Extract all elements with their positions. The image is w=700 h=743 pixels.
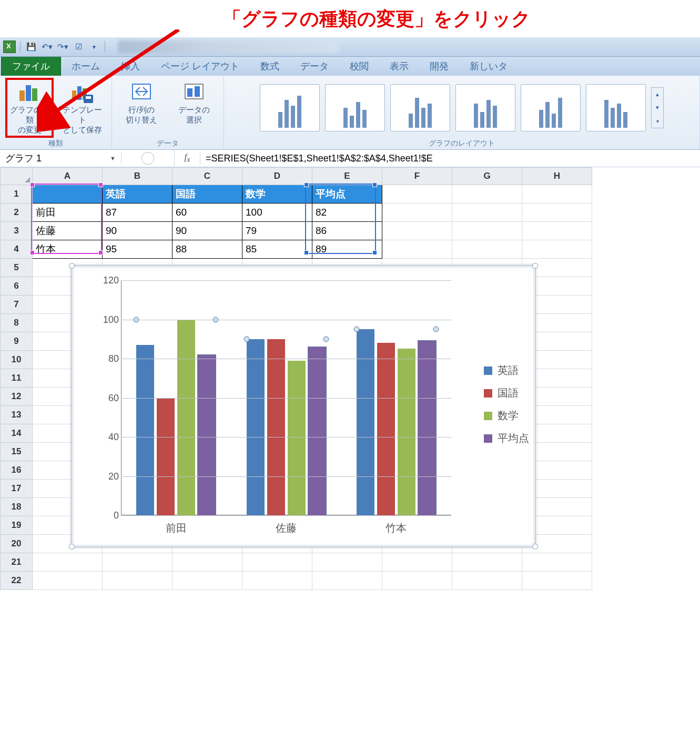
column-header[interactable]: B xyxy=(103,168,173,185)
row-header[interactable]: 8 xyxy=(1,314,33,332)
cell[interactable]: 100 xyxy=(242,203,312,222)
cell[interactable] xyxy=(33,553,103,572)
legend-item[interactable]: 平均点 xyxy=(484,431,529,445)
cell[interactable] xyxy=(452,553,522,572)
row-header[interactable]: 16 xyxy=(1,461,33,480)
row-header[interactable]: 6 xyxy=(1,277,33,296)
cell[interactable]: 90 xyxy=(173,222,242,240)
chart-plot-area[interactable]: 020406080100120 前田佐藤竹本 xyxy=(98,280,451,515)
cell[interactable] xyxy=(312,572,382,590)
cell[interactable] xyxy=(33,185,103,203)
chart-resize-handle[interactable] xyxy=(69,544,75,549)
chart-layout-thumb[interactable] xyxy=(455,84,515,131)
row-header[interactable]: 14 xyxy=(1,424,33,443)
tab-developer[interactable]: 開発 xyxy=(419,56,459,76)
cell[interactable] xyxy=(522,222,592,240)
row-header[interactable]: 18 xyxy=(1,498,33,516)
cell[interactable] xyxy=(242,553,312,572)
switch-row-column-button[interactable]: 行/列の 切り替え xyxy=(118,79,165,137)
chart-layout-thumb[interactable] xyxy=(521,84,581,131)
row-header[interactable]: 2 xyxy=(1,203,33,222)
chart-resize-handle[interactable] xyxy=(532,263,538,269)
tab-review[interactable]: 校閲 xyxy=(339,56,379,76)
cell[interactable]: 90 xyxy=(103,222,173,240)
column-header[interactable]: H xyxy=(522,168,592,185)
tab-home[interactable]: ホーム xyxy=(61,56,110,76)
cell[interactable]: 国語 xyxy=(173,185,242,203)
row-header[interactable]: 21 xyxy=(1,553,33,572)
bar-英語[interactable] xyxy=(136,345,154,515)
bar-国語[interactable] xyxy=(267,339,285,515)
cell[interactable] xyxy=(382,203,452,222)
qat-check-button[interactable]: ☑ xyxy=(72,40,85,53)
column-header[interactable]: G xyxy=(452,168,522,185)
cell[interactable]: 60 xyxy=(173,203,242,222)
row-header[interactable]: 20 xyxy=(1,535,33,553)
cancel-formula-button[interactable] xyxy=(141,152,154,165)
cell[interactable] xyxy=(452,222,522,240)
name-box-dropdown-icon[interactable]: ▼ xyxy=(110,155,116,161)
tab-formulas[interactable]: 数式 xyxy=(250,56,290,76)
chart-layout-thumb[interactable] xyxy=(325,84,385,131)
cell[interactable]: 87 xyxy=(103,203,173,222)
save-as-template-button[interactable]: テンプレート として保存 xyxy=(59,79,105,137)
worksheet-grid[interactable]: ABCDEFGH1英語国語数学平均点2前田8760100823佐藤9090798… xyxy=(0,167,700,590)
cell[interactable] xyxy=(452,572,522,590)
cell[interactable] xyxy=(242,572,312,590)
cell[interactable] xyxy=(522,572,592,590)
cell[interactable] xyxy=(382,572,452,590)
cell[interactable] xyxy=(33,572,103,590)
tab-file[interactable]: ファイル xyxy=(1,55,61,76)
bar-平均点[interactable] xyxy=(418,341,436,515)
row-header[interactable]: 5 xyxy=(1,259,33,277)
bar-国語[interactable] xyxy=(157,398,175,516)
bar-平均点[interactable] xyxy=(308,347,326,515)
cell[interactable]: 82 xyxy=(312,203,382,222)
bar-数学[interactable] xyxy=(288,361,306,515)
tab-page-layout[interactable]: ページ レイアウト xyxy=(150,56,250,76)
row-header[interactable]: 22 xyxy=(1,572,33,590)
cell[interactable]: 竹本 xyxy=(33,240,103,259)
cell[interactable]: 79 xyxy=(242,222,312,240)
series-select-handle[interactable] xyxy=(353,327,359,332)
cell[interactable]: 数学 xyxy=(242,185,312,203)
column-header[interactable]: A xyxy=(33,168,103,185)
chart-layout-thumb[interactable] xyxy=(586,84,646,131)
cell[interactable] xyxy=(382,240,452,259)
bar-平均点[interactable] xyxy=(198,355,216,515)
bar-国語[interactable] xyxy=(377,343,395,515)
change-chart-type-button[interactable]: グラフの種類 の変更 xyxy=(6,79,53,137)
legend-item[interactable]: 数学 xyxy=(484,409,529,423)
bar-英語[interactable] xyxy=(357,329,374,515)
name-box[interactable]: グラフ 1 ▼ xyxy=(0,152,121,165)
cell[interactable]: 88 xyxy=(173,240,242,259)
cell[interactable]: 86 xyxy=(312,222,382,240)
row-header[interactable]: 10 xyxy=(1,351,33,369)
cell[interactable]: 前田 xyxy=(33,203,103,222)
chart-resize-handle[interactable] xyxy=(69,263,75,269)
row-header[interactable]: 17 xyxy=(1,480,33,498)
cell[interactable]: 89 xyxy=(312,240,382,259)
chart-layout-thumb[interactable] xyxy=(390,84,450,131)
legend-item[interactable]: 国語 xyxy=(484,386,529,400)
series-select-handle[interactable] xyxy=(244,336,249,342)
column-header[interactable]: D xyxy=(242,168,312,185)
cell[interactable] xyxy=(312,553,382,572)
cell[interactable] xyxy=(382,222,452,240)
gallery-scroll[interactable]: ▲▼▾ xyxy=(651,87,664,128)
bar-英語[interactable] xyxy=(247,339,265,515)
chart-layout-thumb[interactable] xyxy=(260,84,320,131)
tab-data[interactable]: データ xyxy=(290,56,339,76)
cell[interactable] xyxy=(522,203,592,222)
cell[interactable] xyxy=(382,553,452,572)
cell[interactable] xyxy=(173,553,242,572)
undo-button[interactable]: ↶▾ xyxy=(40,40,53,53)
row-header[interactable]: 19 xyxy=(1,516,33,535)
cell[interactable] xyxy=(522,240,592,259)
tab-new[interactable]: 新しいタ xyxy=(459,56,518,76)
cell[interactable]: 95 xyxy=(103,240,173,259)
save-button[interactable]: 💾 xyxy=(25,40,37,53)
row-header[interactable]: 11 xyxy=(1,369,33,388)
column-header[interactable]: C xyxy=(173,168,242,185)
embedded-chart[interactable]: 020406080100120 前田佐藤竹本 英語国語数学平均点 xyxy=(71,265,536,547)
